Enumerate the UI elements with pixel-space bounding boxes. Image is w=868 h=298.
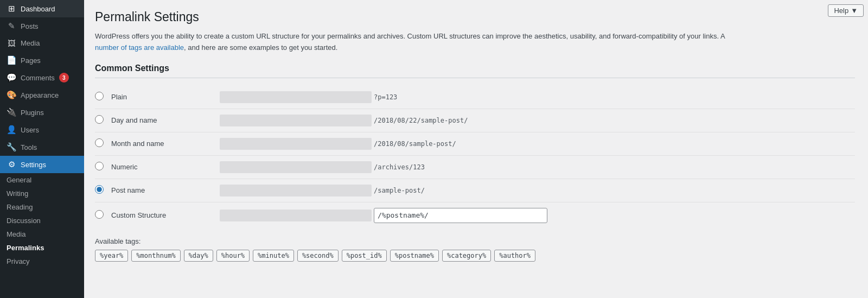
tag-monthnum[interactable]: %monthnum% bbox=[131, 250, 180, 262]
settings-icon: ⚙ bbox=[7, 160, 16, 169]
permalink-option-post_name: Post name /sample-post/ bbox=[95, 179, 855, 202]
sidebar-sub-discussion[interactable]: Discussion bbox=[0, 214, 84, 227]
sidebar-sub-media[interactable]: Media bbox=[0, 227, 84, 241]
sidebar-item-label: Settings bbox=[21, 161, 46, 169]
option-label-numeric: Numeric bbox=[111, 163, 220, 171]
comments-badge: 3 bbox=[59, 73, 69, 83]
radio-month_name[interactable] bbox=[95, 138, 104, 147]
tag-day[interactable]: %day% bbox=[184, 250, 213, 262]
sidebar-item-posts[interactable]: ✎ Posts bbox=[0, 17, 84, 35]
radio-post_name[interactable] bbox=[95, 185, 104, 194]
sidebar-item-label: Plugins bbox=[21, 109, 44, 117]
permalink-option-month_name: Month and name /2018/08/sample-post/ bbox=[95, 132, 855, 156]
sidebar-item-users[interactable]: 👤 Users bbox=[0, 121, 84, 138]
sidebar-item-pages[interactable]: 📄 Pages bbox=[0, 52, 84, 69]
appearance-icon: 🎨 bbox=[7, 90, 16, 100]
main-content: Help ▼ Permalink Settings WordPress offe… bbox=[84, 0, 868, 298]
sidebar-item-dashboard[interactable]: ⊞ Dashboard bbox=[0, 0, 84, 17]
sidebar-sub-writing[interactable]: Writing bbox=[0, 187, 84, 200]
custom-structure-input[interactable] bbox=[374, 208, 547, 223]
tags-list: %year%%monthnum%%day%%hour%%minute%%seco… bbox=[95, 250, 855, 262]
permalink-option-numeric: Numeric /archives/123 bbox=[95, 156, 855, 179]
tag-post_id[interactable]: %post_id% bbox=[342, 250, 387, 262]
media-icon: 🖼 bbox=[7, 39, 16, 48]
url-blurred-numeric bbox=[220, 161, 372, 173]
comments-icon: 💬 bbox=[7, 73, 16, 83]
url-blurred-month_name bbox=[220, 138, 372, 150]
intro-before: WordPress offers you the ability to crea… bbox=[95, 32, 725, 40]
radio-numeric[interactable] bbox=[95, 162, 104, 170]
url-blurred-day_name bbox=[220, 115, 372, 126]
option-label-plain: Plain bbox=[111, 93, 220, 101]
sidebar-item-label: Tools bbox=[21, 143, 37, 151]
permalink-option-custom: Custom Structure bbox=[95, 202, 855, 229]
posts-icon: ✎ bbox=[7, 21, 16, 31]
permalink-option-plain: Plain ?p=123 bbox=[95, 86, 855, 109]
permalink-options: Plain ?p=123 Day and name /2018/08/22/sa… bbox=[95, 86, 855, 229]
url-blurred-plain bbox=[220, 91, 372, 103]
sidebar-item-label: Posts bbox=[21, 22, 39, 30]
sidebar-sub-permalinks[interactable]: Permalinks bbox=[0, 241, 84, 255]
radio-day_name[interactable] bbox=[95, 115, 104, 124]
sidebar-sub-privacy[interactable]: Privacy bbox=[0, 255, 84, 268]
permalink-option-day_name: Day and name /2018/08/22/sample-post/ bbox=[95, 109, 855, 132]
url-suffix-plain: ?p=123 bbox=[374, 93, 397, 101]
sidebar-item-tools[interactable]: 🔧 Tools bbox=[0, 138, 84, 156]
sidebar-item-label: Users bbox=[21, 126, 39, 134]
option-label-day_name: Day and name bbox=[111, 116, 220, 124]
sidebar-item-settings[interactable]: ⚙ Settings bbox=[0, 156, 84, 173]
pages-icon: 📄 bbox=[7, 55, 16, 65]
option-label-custom: Custom Structure bbox=[111, 211, 220, 219]
tags-available-link[interactable]: number of tags are available bbox=[95, 43, 184, 52]
radio-custom[interactable] bbox=[95, 210, 104, 219]
help-button-label: Help bbox=[834, 7, 848, 15]
sidebar-item-appearance[interactable]: 🎨 Appearance bbox=[0, 86, 84, 104]
sidebar-item-label: Dashboard bbox=[21, 5, 55, 13]
common-settings-title: Common Settings bbox=[95, 64, 855, 78]
url-blurred-post_name bbox=[220, 185, 372, 196]
users-icon: 👤 bbox=[7, 125, 16, 135]
url-suffix-month_name: /2018/08/sample-post/ bbox=[374, 140, 456, 148]
url-blurred-custom bbox=[220, 210, 372, 221]
sidebar-item-comments[interactable]: 💬 Comments 3 bbox=[0, 69, 84, 86]
plugins-icon: 🔌 bbox=[7, 107, 16, 117]
tag-year[interactable]: %year% bbox=[95, 250, 128, 262]
chevron-down-icon: ▼ bbox=[851, 7, 858, 15]
sidebar: ⊞ Dashboard ✎ Posts 🖼 Media 📄 Pages 💬 Co… bbox=[0, 0, 84, 298]
sidebar-item-label: Comments bbox=[21, 74, 55, 82]
url-suffix-day_name: /2018/08/22/sample-post/ bbox=[374, 117, 468, 124]
tag-hour[interactable]: %hour% bbox=[216, 250, 250, 262]
tag-postname[interactable]: %postname% bbox=[390, 250, 439, 262]
option-label-post_name: Post name bbox=[111, 186, 220, 194]
help-button[interactable]: Help ▼ bbox=[828, 4, 864, 17]
sidebar-item-plugins[interactable]: 🔌 Plugins bbox=[0, 104, 84, 121]
sidebar-sub-general[interactable]: General bbox=[0, 173, 84, 187]
tag-category[interactable]: %category% bbox=[442, 250, 491, 262]
tools-icon: 🔧 bbox=[7, 142, 16, 152]
sidebar-item-label: Pages bbox=[21, 56, 41, 65]
sidebar-sub-reading[interactable]: Reading bbox=[0, 200, 84, 214]
intro-after: , and here are some examples to get you … bbox=[184, 43, 337, 52]
radio-plain[interactable] bbox=[95, 92, 104, 100]
tags-label: Available tags: bbox=[95, 237, 855, 245]
url-suffix-numeric: /archives/123 bbox=[374, 163, 425, 171]
tag-second[interactable]: %second% bbox=[297, 250, 339, 262]
tag-author[interactable]: %author% bbox=[494, 250, 535, 262]
intro-text: WordPress offers you the ability to crea… bbox=[95, 31, 746, 54]
tags-section: Available tags: %year%%monthnum%%day%%ho… bbox=[95, 237, 855, 262]
tag-minute[interactable]: %minute% bbox=[253, 250, 294, 262]
dashboard-icon: ⊞ bbox=[7, 4, 16, 14]
sidebar-item-label: Media bbox=[21, 39, 40, 47]
option-label-month_name: Month and name bbox=[111, 140, 220, 148]
sidebar-item-label: Appearance bbox=[21, 91, 59, 99]
sidebar-item-media[interactable]: 🖼 Media bbox=[0, 35, 84, 52]
page-title: Permalink Settings bbox=[95, 10, 855, 24]
url-suffix-post_name: /sample-post/ bbox=[374, 187, 425, 194]
